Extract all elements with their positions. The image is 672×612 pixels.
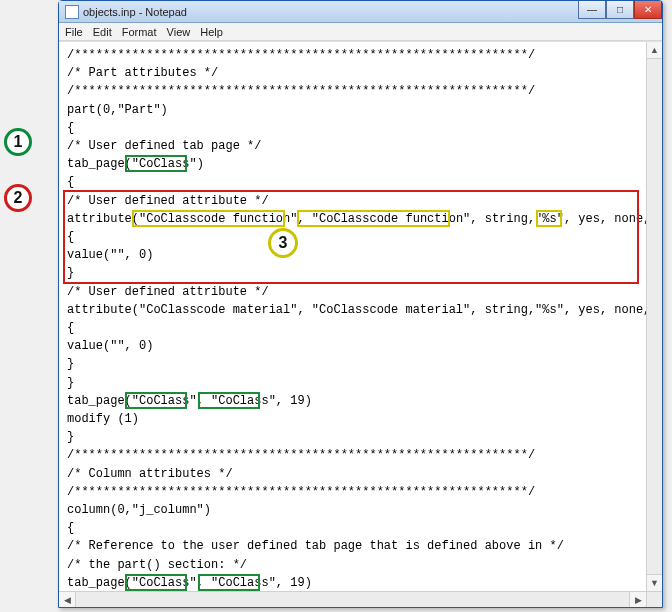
editor-area: /***************************************… [59,41,662,607]
menubar: File Edit Format View Help [59,23,662,41]
code-line: tab_page( [67,157,132,171]
code-line: value("", 0) [67,339,153,353]
minimize-button[interactable]: — [578,1,606,19]
code-line: /* User defined tab page */ [67,139,261,153]
scrollbar-corner [646,591,662,607]
code-line: { [67,175,74,189]
code-line: part(0,"Part") [67,103,168,117]
maximize-button[interactable]: □ [606,1,634,19]
menu-edit[interactable]: Edit [93,26,112,38]
code-line: } [67,357,74,371]
code-line: "CoClass" [211,576,276,590]
titlebar[interactable]: objects.inp - Notepad — □ ✕ [59,1,662,23]
code-line: "CoClass" [132,157,197,171]
code-line: , [197,576,211,590]
code-line: /* Reference to the user defined tab pag… [67,539,564,553]
code-line: "CoClass" [132,394,197,408]
code-line: yes [578,212,600,226]
scrollbar-vertical[interactable] [646,42,662,591]
code-line: /***************************************… [67,84,535,98]
callout-1: 1 [4,128,32,156]
window-title: objects.inp - Notepad [83,6,187,18]
code-line: /* the part() section: */ [67,558,247,572]
code-line: { [67,321,74,335]
code-line: } [67,430,74,444]
notepad-window: objects.inp - Notepad — □ ✕ File Edit Fo… [58,0,663,608]
code-line: { [67,121,74,135]
code-line: /***************************************… [67,448,535,462]
code-line: } [67,376,74,390]
code-line: } [67,266,74,280]
code-line: , [197,394,211,408]
close-button[interactable]: ✕ [634,1,662,19]
code-line: "CoClass" [211,394,276,408]
callout-2: 2 [4,184,32,212]
code-line: /***************************************… [67,48,535,62]
code-line: /* Part attributes */ [67,66,218,80]
code-line: , none, "0,0", "0,0") [600,212,646,226]
code-line: tab_page( [67,394,132,408]
menu-view[interactable]: View [167,26,191,38]
callout-3: 3 [268,228,298,258]
code-line: , 19) [276,394,312,408]
code-line: { [67,521,74,535]
scrollbar-horizontal[interactable] [59,591,646,607]
code-line: ) [197,157,204,171]
code-line: , string,"%s", [470,212,578,226]
code-line: value("", 0) [67,248,153,262]
code-line: /***************************************… [67,485,535,499]
code-line: column(0,"j_column") [67,503,211,517]
code-line: , 19) [276,576,312,590]
code-line: "CoClasscode function" [312,212,470,226]
code-line: /* User defined attribute */ [67,194,269,208]
menu-format[interactable]: Format [122,26,157,38]
code-line: modify (1) [67,412,139,426]
code-line: attribute("CoClasscode material", "CoCla… [67,303,646,317]
code-line: tab_page( [67,576,132,590]
code-line: { [67,230,74,244]
text-editor[interactable]: /***************************************… [59,42,646,591]
code-line: "CoClasscode function" [139,212,297,226]
code-line: /* User defined attribute */ [67,285,269,299]
menu-help[interactable]: Help [200,26,223,38]
app-icon [65,5,79,19]
code-line: attribute( [67,212,139,226]
code-line: /* Column attributes */ [67,467,233,481]
code-line: , [297,212,311,226]
code-line: "CoClass" [132,576,197,590]
menu-file[interactable]: File [65,26,83,38]
